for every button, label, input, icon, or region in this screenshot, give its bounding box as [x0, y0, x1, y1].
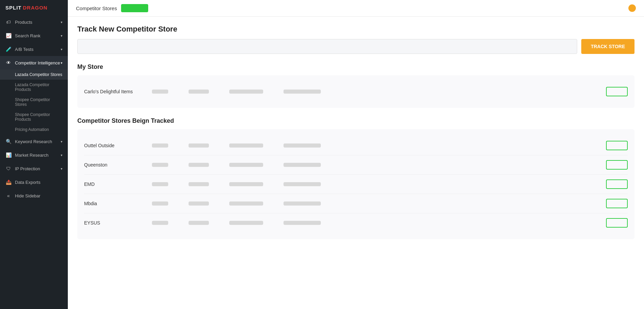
competitor-stores-card: Outtel Outside Queenston: [77, 129, 635, 239]
table-row: Queenston: [84, 155, 628, 175]
sidebar-label-search-rank: Search Rank: [15, 33, 40, 38]
table-row: Carlo's Delightful Items: [84, 82, 628, 101]
sidebar-item-market-research[interactable]: 📊 Market Research ▾: [0, 148, 68, 162]
skeleton-1: [152, 163, 168, 167]
sidebar: SPLIT DRAGON 🏷 Products ▾ 📈 Search Rank …: [0, 0, 68, 309]
sidebar-label-ip-protection: IP Protection: [15, 166, 40, 171]
chevron-search-rank: ▾: [61, 34, 62, 38]
skeleton-3: [229, 221, 263, 225]
sidebar-item-data-exports[interactable]: 📤 Data Exports: [0, 175, 68, 189]
sidebar-label-competitor-intelligence: Competitor Intelligence: [15, 60, 60, 65]
skeleton-1: [152, 90, 168, 94]
view-button-queenston[interactable]: [606, 160, 628, 170]
track-input-row: TRACK STORE: [77, 39, 635, 54]
main-panel: Competitor Stores Track New Competitor S…: [68, 0, 644, 309]
skeleton-2: [189, 221, 209, 225]
view-button-emd[interactable]: [606, 179, 628, 189]
sidebar-label-products: Products: [15, 20, 32, 25]
store-name-outtel: Outtel Outside: [84, 143, 152, 148]
sidebar-subitem-lazada-competitor-products[interactable]: Lazada Competitor Products: [0, 80, 68, 95]
skeleton-group: [152, 182, 606, 186]
table-row: EYSUS: [84, 213, 628, 232]
skeleton-group: [152, 201, 606, 206]
sidebar-subitem-shopee-competitor-products[interactable]: Shopee Competitor Products: [0, 110, 68, 124]
skeleton-3: [229, 182, 263, 186]
skeleton-4: [284, 182, 321, 186]
my-store-card: Carlo's Delightful Items: [77, 75, 635, 108]
ab-tests-icon: 🧪: [5, 46, 12, 52]
chevron-ip-protection: ▾: [61, 167, 62, 171]
skeleton-2: [189, 182, 209, 186]
content-area: Track New Competitor Store TRACK STORE M…: [68, 17, 644, 309]
skeleton-2: [189, 163, 209, 167]
skeleton-group: [152, 163, 606, 167]
chevron-ab-tests: ▾: [61, 47, 62, 51]
topbar-title: Competitor Stores: [76, 5, 117, 11]
skeleton-3: [229, 201, 263, 206]
table-row: Mbdia: [84, 194, 628, 213]
skeleton-1: [152, 182, 168, 186]
sidebar-item-ip-protection[interactable]: 🛡 IP Protection ▾: [0, 162, 68, 175]
sidebar-label-keyword-research: Keyword Research: [15, 139, 52, 144]
ip-protection-icon: 🛡: [5, 166, 12, 171]
view-button-outtel[interactable]: [606, 141, 628, 150]
sidebar-label-hide-sidebar: Hide Sidebar: [15, 193, 40, 198]
skeleton-group: [152, 90, 606, 94]
skeleton-2: [189, 143, 209, 148]
sidebar-label-ab-tests: A/B Tests: [15, 47, 34, 52]
store-name-carlos: Carlo's Delightful Items: [84, 89, 152, 94]
skeleton-4: [284, 163, 321, 167]
keyword-research-icon: 🔍: [5, 139, 12, 144]
sidebar-subitem-lazada-competitor-stores[interactable]: Lazada Competitor Stores: [0, 70, 68, 80]
skeleton-2: [189, 90, 209, 94]
sidebar-item-search-rank[interactable]: 📈 Search Rank ▾: [0, 29, 68, 42]
sidebar-label-market-research: Market Research: [15, 153, 48, 158]
table-row: Outtel Outside: [84, 136, 628, 155]
view-button-mbdia[interactable]: [606, 199, 628, 208]
competitor-section-title: Competitor Stores Beign Tracked: [77, 117, 635, 124]
skeleton-3: [229, 163, 263, 167]
logo-split: SPLIT: [5, 5, 22, 11]
market-research-icon: 📊: [5, 152, 12, 158]
view-button-eysus[interactable]: [606, 218, 628, 228]
skeleton-4: [284, 143, 321, 148]
sidebar-item-products[interactable]: 🏷 Products ▾: [0, 15, 68, 29]
sidebar-subitem-pricing-automation[interactable]: Pricing Automation: [0, 124, 68, 135]
topbar: Competitor Stores: [68, 0, 644, 17]
skeleton-3: [229, 143, 263, 148]
notification-dot: [628, 4, 636, 12]
skeleton-1: [152, 201, 168, 206]
skeleton-group: [152, 221, 606, 225]
status-badge: [121, 4, 148, 12]
sidebar-item-ab-tests[interactable]: 🧪 A/B Tests ▾: [0, 42, 68, 56]
my-store-title: My Store: [77, 63, 635, 71]
track-store-input[interactable]: [77, 39, 577, 54]
table-row: EMD: [84, 175, 628, 194]
skeleton-1: [152, 221, 168, 225]
track-section-title: Track New Competitor Store: [77, 25, 635, 34]
skeleton-3: [229, 90, 263, 94]
chevron-market-research: ▾: [61, 153, 62, 157]
skeleton-4: [284, 201, 321, 206]
competitor-intelligence-icon: 👁: [5, 60, 12, 65]
store-name-mbdia: Mbdia: [84, 201, 152, 206]
chevron-competitor-intelligence: ▾: [61, 61, 62, 65]
skeleton-2: [189, 201, 209, 206]
products-icon: 🏷: [5, 19, 12, 25]
skeleton-4: [284, 221, 321, 225]
chevron-products: ▾: [61, 20, 62, 24]
hide-sidebar-icon: «: [5, 193, 12, 198]
search-rank-icon: 📈: [5, 33, 12, 38]
sidebar-item-hide-sidebar[interactable]: « Hide Sidebar: [0, 189, 68, 202]
sidebar-item-competitor-intelligence[interactable]: 👁 Competitor Intelligence ▾: [0, 56, 68, 70]
view-button-carlos[interactable]: [606, 87, 628, 96]
track-store-button[interactable]: TRACK STORE: [581, 39, 635, 54]
sidebar-item-keyword-research[interactable]: 🔍 Keyword Research ▾: [0, 135, 68, 148]
store-name-emd: EMD: [84, 181, 152, 187]
sidebar-label-data-exports: Data Exports: [15, 180, 40, 185]
skeleton-4: [284, 90, 321, 94]
sidebar-subitem-shopee-competitor-stores[interactable]: Shopee Competitor Stores: [0, 95, 68, 110]
chevron-keyword-research: ▾: [61, 140, 62, 143]
logo-dragon: DRAGON: [23, 5, 48, 11]
store-name-queenston: Queenston: [84, 162, 152, 168]
